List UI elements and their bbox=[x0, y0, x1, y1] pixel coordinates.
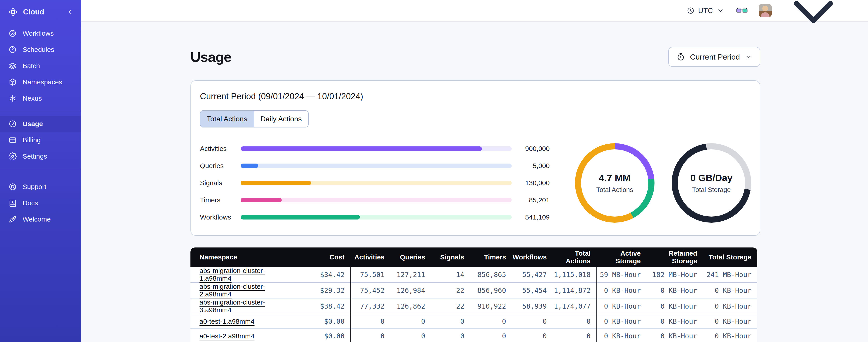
sidebar-item-nexus[interactable]: Nexus bbox=[0, 90, 81, 106]
sidebar-item-docs[interactable]: Docs bbox=[0, 195, 81, 211]
sidebar-item-namespaces[interactable]: Namespaces bbox=[0, 74, 81, 90]
namespace-link[interactable]: a0-test-2.a98mm4 bbox=[199, 332, 254, 340]
table-cell: 856,865 bbox=[470, 267, 512, 282]
namespace-usage-table: NamespaceCostActivitiesQueriesSignalsTim… bbox=[190, 247, 757, 342]
charts-row: Activities900,000Queries5,000Signals130,… bbox=[200, 143, 751, 223]
sidebar-item-schedules[interactable]: Schedules bbox=[0, 41, 81, 58]
sidebar-item-workflows[interactable]: Workflows bbox=[0, 25, 81, 41]
sidebar-divider bbox=[0, 169, 81, 169]
metric-bar-track bbox=[241, 146, 512, 151]
metric-bar-fill bbox=[241, 181, 311, 185]
stopwatch-icon bbox=[676, 53, 685, 61]
table-cell: 0 bbox=[470, 329, 512, 342]
sidebar-collapse-button[interactable] bbox=[66, 8, 74, 16]
table-cell: 0 bbox=[553, 329, 597, 342]
donut-center: 0 GB/DayTotal Storage bbox=[678, 149, 745, 216]
chevron-down-icon bbox=[745, 53, 752, 61]
welcome-icon bbox=[8, 215, 17, 223]
metric-label: Workflows bbox=[200, 213, 241, 221]
table-cell: 0 KB-Hour bbox=[647, 329, 703, 342]
table-cell: 0 KB-Hour bbox=[703, 282, 757, 298]
period-button-label: Current Period bbox=[690, 53, 740, 61]
table-cell: 55,427 bbox=[512, 267, 553, 282]
table-cell: 0 KB-Hour bbox=[597, 298, 647, 314]
table-cell: $0.00 bbox=[297, 329, 351, 342]
table-cell: 75,452 bbox=[351, 282, 391, 298]
namespace-link[interactable]: abs-migration-cluster-2.a98mm4 bbox=[199, 283, 265, 298]
table-cell: 0 KB-Hour bbox=[597, 314, 647, 329]
workflows-icon bbox=[8, 29, 17, 37]
table-cell: 0 KB-Hour bbox=[703, 298, 757, 314]
table-cell: $29.32 bbox=[297, 282, 351, 298]
sidebar-brand: Cloud bbox=[0, 0, 81, 24]
metric-bar-fill bbox=[241, 198, 282, 202]
metric-row-queries: Queries5,000 bbox=[200, 161, 550, 170]
sidebar-item-label: Billing bbox=[23, 136, 41, 144]
tab-daily-actions[interactable]: Daily Actions bbox=[254, 111, 308, 127]
timezone-selector[interactable]: UTC bbox=[687, 6, 724, 15]
support-icon bbox=[8, 183, 17, 191]
table-cell: 126,984 bbox=[391, 282, 431, 298]
usage-summary-card: Current Period (09/01/2024 — 10/01/2024)… bbox=[190, 80, 760, 236]
table-cell: 58,939 bbox=[512, 298, 553, 314]
page-head: Usage Current Period bbox=[190, 47, 760, 67]
table-cell: 0 bbox=[351, 314, 391, 329]
table-cell: 0 bbox=[431, 329, 470, 342]
table-cell: 856,960 bbox=[470, 282, 512, 298]
sidebar-item-settings[interactable]: Settings bbox=[0, 148, 81, 165]
schedules-icon bbox=[8, 45, 17, 54]
metric-value: 5,000 bbox=[512, 162, 550, 170]
sidebar-item-billing[interactable]: Billing bbox=[0, 132, 81, 148]
timezone-label: UTC bbox=[698, 6, 713, 15]
metric-value: 541,109 bbox=[512, 213, 550, 221]
namespace-link[interactable]: abs-migration-cluster-3.a98mm4 bbox=[199, 299, 265, 314]
table-cell: 0 bbox=[512, 314, 553, 329]
table-cell: 22 bbox=[431, 298, 470, 314]
metric-bar-track bbox=[241, 198, 512, 202]
user-avatar[interactable] bbox=[758, 4, 772, 17]
namespace-link[interactable]: abs-migration-cluster-1.a98mm4 bbox=[199, 267, 265, 282]
sidebar-item-welcome[interactable]: Welcome bbox=[0, 211, 81, 228]
column-header-retained-storage: Retained Storage bbox=[647, 247, 703, 267]
table-cell: 75,501 bbox=[351, 267, 391, 282]
column-header-workflows: Workflows bbox=[512, 247, 553, 267]
table-cell: 0 bbox=[470, 314, 512, 329]
sidebar: Cloud WorkflowsSchedulesBatchNamespacesN… bbox=[0, 0, 81, 342]
table-cell: 0 KB-Hour bbox=[703, 314, 757, 329]
sidebar-item-label: Batch bbox=[23, 62, 40, 70]
metric-value: 900,000 bbox=[512, 145, 550, 152]
column-header-cost: Cost bbox=[297, 247, 351, 267]
table-cell: $38.42 bbox=[297, 298, 351, 314]
table-row: abs-migration-cluster-3.a98mm4$38.4277,3… bbox=[190, 298, 757, 314]
tab-total-actions[interactable]: Total Actions bbox=[200, 111, 254, 127]
sidebar-item-support[interactable]: Support bbox=[0, 179, 81, 195]
donut-value: 4.7 MM bbox=[599, 173, 630, 183]
table-cell: 910,922 bbox=[470, 298, 512, 314]
table-row: abs-migration-cluster-1.a98mm4$34.4275,5… bbox=[190, 267, 757, 282]
table-cell: 0 KB-Hour bbox=[647, 298, 703, 314]
batch-icon bbox=[8, 62, 17, 70]
metric-value: 85,201 bbox=[512, 196, 550, 204]
sidebar-item-label: Usage bbox=[23, 120, 43, 128]
sidebar-item-usage[interactable]: Usage bbox=[0, 116, 81, 132]
donut-label: Total Storage bbox=[692, 186, 731, 194]
period-selector-button[interactable]: Current Period bbox=[668, 47, 760, 67]
table-row: abs-migration-cluster-2.a98mm4$29.3275,4… bbox=[190, 282, 757, 298]
namespace-cell: a0-test-2.a98mm4 bbox=[190, 329, 297, 342]
usage-card-title: Current Period (09/01/2024 — 10/01/2024) bbox=[200, 92, 751, 101]
namespace-cell: a0-test-1.a98mm4 bbox=[190, 314, 297, 329]
table-cell: 0 bbox=[391, 314, 431, 329]
table-cell: 77,332 bbox=[351, 298, 391, 314]
namespace-link[interactable]: a0-test-1.a98mm4 bbox=[199, 318, 254, 325]
sidebar-nav-account: UsageBillingSettings bbox=[0, 114, 81, 166]
sidebar-item-label: Docs bbox=[23, 199, 38, 207]
sidebar-item-batch[interactable]: Batch bbox=[0, 58, 81, 74]
table-cell: 1,174,077 bbox=[553, 298, 597, 314]
glasses-icon[interactable] bbox=[736, 6, 748, 15]
sidebar-item-label: Workflows bbox=[23, 30, 54, 37]
table-cell: 0 KB-Hour bbox=[703, 329, 757, 342]
gauge-icon bbox=[8, 120, 17, 128]
table-row: a0-test-2.a98mm4$0.000000000 KB-Hour0 KB… bbox=[190, 329, 757, 342]
namespace-cell: abs-migration-cluster-3.a98mm4 bbox=[190, 298, 297, 314]
billing-icon bbox=[8, 136, 17, 144]
